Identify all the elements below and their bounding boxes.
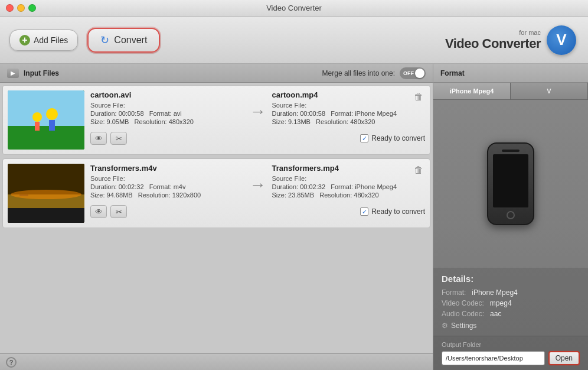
ready-label: Ready to convert xyxy=(371,134,425,142)
output-label: Source File: xyxy=(272,175,426,182)
toggle-off-label: OFF xyxy=(403,70,414,76)
source-info: cartoon.avi Source File: Duration: 00:00… xyxy=(90,90,244,126)
svg-point-2 xyxy=(32,112,42,122)
folder-path-display: /Users/tenorshare/Desktop xyxy=(442,351,545,365)
settings-row[interactable]: ⚙ Settings xyxy=(442,322,580,330)
thumbnail-image xyxy=(8,90,84,150)
output-info: cartoon.mp4 Source File: Duration: 00:00… xyxy=(272,90,426,126)
arrow-icon: → xyxy=(250,170,266,194)
help-button[interactable]: ? xyxy=(6,357,17,368)
source-duration-format: Duration: 00:00:58 Format: avi xyxy=(90,110,244,117)
clip-button[interactable]: ✂ xyxy=(110,205,127,218)
window-title: Video Converter xyxy=(266,4,322,12)
source-filename: Transformers.m4v xyxy=(90,164,244,173)
add-files-button[interactable]: + Add Files xyxy=(9,30,78,51)
svg-rect-0 xyxy=(8,90,84,126)
ready-checkbox[interactable]: ✓ xyxy=(360,207,368,216)
delete-button[interactable]: 🗑 xyxy=(412,164,425,177)
merge-label: Merge all files into one: xyxy=(322,69,395,77)
svg-rect-5 xyxy=(49,120,55,131)
right-panel: Format iPhone Mpeg4 V Details: Format: xyxy=(433,64,588,370)
file-info-section: cartoon.avi Source File: Duration: 00:00… xyxy=(90,90,425,145)
ready-checkbox[interactable]: ✓ xyxy=(360,134,368,142)
iphone-screen xyxy=(493,154,528,207)
settings-label: Settings xyxy=(451,322,476,330)
minimize-button[interactable] xyxy=(17,4,25,12)
svg-point-4 xyxy=(46,108,58,120)
iphone-home-button xyxy=(507,211,515,219)
open-folder-button[interactable]: Open xyxy=(548,351,580,365)
maximize-button[interactable] xyxy=(28,4,36,12)
file-actions: 👁 ✂ ✓ Ready to convert xyxy=(90,132,425,145)
clip-button[interactable]: ✂ xyxy=(110,132,127,145)
detail-video-codec-line: Video Codec: mpeg4 xyxy=(442,299,580,307)
tab-v[interactable]: V xyxy=(511,83,588,99)
preview-button[interactable]: 👁 xyxy=(90,132,107,145)
preview-area xyxy=(433,100,588,268)
merge-area: Merge all files into one: OFF xyxy=(322,67,426,79)
format-tabs: iPhone Mpeg4 V xyxy=(433,83,588,100)
toggle-knob xyxy=(415,69,424,78)
gear-icon: ⚙ xyxy=(442,322,448,330)
toolbar: + Add Files ↻ Convert for mac Video Conv… xyxy=(0,17,588,64)
table-row: Transformers.m4v Source File: Duration: … xyxy=(2,158,430,228)
source-size-resolution: Size: 94.68MB Resolution: 1920x800 xyxy=(90,192,244,199)
thumbnail-image xyxy=(8,164,84,223)
detail-audio-codec-line: Audio Codec: aac xyxy=(442,310,580,318)
play-icon-button[interactable]: ▶ xyxy=(7,69,19,78)
output-size-resolution: Size: 23.85MB Resolution: 480x320 xyxy=(272,192,426,199)
file-info-section: Transformers.m4v Source File: Duration: … xyxy=(90,164,425,218)
brand-for-mac: for mac xyxy=(445,29,541,36)
input-files-left: ▶ Input Files xyxy=(7,69,59,78)
brand-logo: V xyxy=(547,25,576,55)
merge-toggle[interactable]: OFF xyxy=(400,67,426,79)
output-folder-section: Output Folder /Users/tenorshare/Desktop … xyxy=(433,336,588,370)
output-folder-row: /Users/tenorshare/Desktop Open xyxy=(442,351,580,365)
format-label: Format xyxy=(440,69,465,77)
input-files-label: Input Files xyxy=(24,69,59,77)
window-controls[interactable] xyxy=(6,4,36,12)
output-label: Source File: xyxy=(272,102,426,109)
output-filename: cartoon.mp4 xyxy=(272,90,426,99)
source-label: Source File: xyxy=(90,102,244,109)
source-duration-format: Duration: 00:02:32 Format: m4v xyxy=(90,183,244,190)
brand-area: for mac Video Converter V xyxy=(445,25,576,55)
source-info: Transformers.m4v Source File: Duration: … xyxy=(90,164,244,200)
ready-check: ✓ Ready to convert xyxy=(360,134,425,142)
title-bar: Video Converter xyxy=(0,0,588,17)
output-info: Transformers.mp4 Source File: Duration: … xyxy=(272,164,426,200)
file-list: cartoon.avi Source File: Duration: 00:00… xyxy=(0,83,433,353)
detail-format-line: Format: iPhone Mpeg4 xyxy=(442,288,580,297)
close-button[interactable] xyxy=(6,4,14,12)
refresh-icon: ↻ xyxy=(100,34,109,47)
file-thumbnail-transformers xyxy=(8,164,84,223)
bottom-bar: ? xyxy=(0,353,433,370)
file-row-top: Transformers.m4v Source File: Duration: … xyxy=(90,164,425,200)
svg-point-12 xyxy=(11,190,81,199)
details-section: Details: Format: iPhone Mpeg4 Video Code… xyxy=(433,268,588,336)
output-folder-label: Output Folder xyxy=(442,341,580,348)
source-size-resolution: Size: 9.05MB Resolution: 480x320 xyxy=(90,118,244,125)
output-duration-format: Duration: 00:02:32 Format: iPhone Mpeg4 xyxy=(272,183,426,190)
convert-button[interactable]: ↻ Convert xyxy=(87,28,160,53)
tab-iphone-mpeg4[interactable]: iPhone Mpeg4 xyxy=(433,83,511,99)
ready-label: Ready to convert xyxy=(371,207,425,216)
ready-check: ✓ Ready to convert xyxy=(360,207,425,216)
output-duration-format: Duration: 00:00:58 Format: iPhone Mpeg4 xyxy=(272,110,426,117)
preview-button[interactable]: 👁 xyxy=(90,205,107,218)
source-label: Source File: xyxy=(90,175,244,182)
output-size-resolution: Size: 9.13MB Resolution: 480x320 xyxy=(272,118,426,125)
svg-rect-1 xyxy=(8,126,84,150)
plus-icon: + xyxy=(19,35,30,46)
add-files-label: Add Files xyxy=(34,35,68,45)
delete-button[interactable]: 🗑 xyxy=(412,90,425,103)
action-buttons: 👁 ✂ xyxy=(90,205,127,218)
file-row-top: cartoon.avi Source File: Duration: 00:00… xyxy=(90,90,425,126)
table-row: cartoon.avi Source File: Duration: 00:00… xyxy=(2,85,430,155)
iphone-speaker xyxy=(502,150,520,152)
source-filename: cartoon.avi xyxy=(90,90,244,99)
brand-name: Video Converter xyxy=(445,36,541,51)
format-header: Format xyxy=(433,64,588,83)
file-actions: 👁 ✂ ✓ Ready to convert xyxy=(90,205,425,218)
svg-rect-3 xyxy=(35,122,40,131)
